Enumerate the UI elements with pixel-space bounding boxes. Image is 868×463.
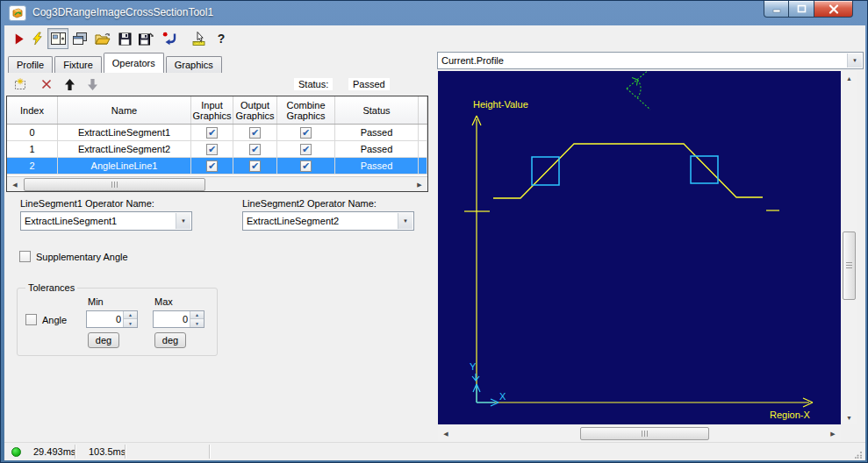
help-icon[interactable]: ? xyxy=(213,31,229,46)
grid-column-header[interactable]: Name xyxy=(58,96,191,124)
chevron-down-icon[interactable]: ▼ xyxy=(398,213,412,229)
move-operator-down-button[interactable] xyxy=(84,76,100,92)
run-status-indicator xyxy=(11,447,21,457)
tab-fixture[interactable]: Fixture xyxy=(54,56,102,73)
record-selector-combobox[interactable]: Current.Profile ▼ xyxy=(437,52,864,69)
scroll-right-icon[interactable]: ▶ xyxy=(412,178,427,191)
grid-column-header[interactable]: Index xyxy=(7,96,58,124)
canvas-vscrollbar[interactable]: ▲ ▼ xyxy=(842,71,857,424)
svg-text:✳: ✳ xyxy=(18,77,25,86)
scroll-left-icon[interactable]: ◀ xyxy=(439,427,453,440)
min-unit-button[interactable]: deg xyxy=(88,332,119,348)
angle-label: Angle xyxy=(42,315,67,325)
titlebar[interactable]: Cog3DRangeImageCrossSectionTool1 xyxy=(1,1,867,25)
svg-text:?: ? xyxy=(218,32,226,46)
max-label: Max xyxy=(154,296,173,307)
open-file-button[interactable] xyxy=(95,31,111,46)
scroll-up-icon[interactable]: ▲ xyxy=(842,71,857,85)
spin-up-icon[interactable]: ▲ xyxy=(124,311,137,319)
scroll-left-icon[interactable]: ◀ xyxy=(8,178,22,191)
tolerances-group: Tolerances Min Max Angle ▲▼ ▲▼ deg deg xyxy=(17,288,218,356)
y-down-arrow-icon xyxy=(472,374,479,381)
linesegment2-label: LineSegment2 Operator Name: xyxy=(242,198,377,209)
supplementary-angle-checkbox[interactable] xyxy=(19,251,31,262)
execution-time: 29.493ms xyxy=(33,446,75,457)
status-label: Status: xyxy=(294,78,333,90)
grid-column-header[interactable]: Output Graphics xyxy=(233,96,277,124)
grid-row[interactable]: 2AngleLineLine1✔✔✔Passed xyxy=(7,158,427,175)
graphics-checkbox[interactable]: ✔ xyxy=(249,144,261,155)
operators-grid: IndexNameInput GraphicsOutput GraphicsCo… xyxy=(6,96,428,192)
spin-down-icon[interactable]: ▼ xyxy=(124,319,137,327)
graphics-checkbox[interactable]: ✔ xyxy=(206,127,218,139)
angle-min-spinner: ▲▼ xyxy=(86,310,138,328)
height-axis-label: Height-Value xyxy=(473,99,528,110)
graphics-checkbox[interactable]: ✔ xyxy=(300,127,312,139)
grid-header: IndexNameInput GraphicsOutput GraphicsCo… xyxy=(7,96,427,125)
canvas-hscrollbar[interactable]: ◀ ▶ xyxy=(438,426,841,441)
max-unit-button[interactable]: deg xyxy=(154,332,186,348)
grid-hscrollbar[interactable]: ◀ ▶ xyxy=(7,176,427,191)
float-window-button[interactable] xyxy=(72,31,88,46)
chevron-down-icon[interactable]: ▼ xyxy=(847,53,862,68)
angle-tolerance-checkbox[interactable] xyxy=(25,314,37,325)
linesegment1-combobox[interactable]: ExtractLineSegment1 ▼ xyxy=(20,211,192,231)
reset-button[interactable] xyxy=(161,31,177,46)
client-area: ? Profile Fixture Operators Graphics ✳ S… xyxy=(4,25,865,460)
save-file-button[interactable] xyxy=(117,31,133,46)
profile-canvas[interactable]: Height-Value Region-X Y X xyxy=(438,71,841,424)
graphics-checkbox[interactable]: ✔ xyxy=(300,144,312,155)
chevron-down-icon[interactable]: ▼ xyxy=(176,213,190,229)
move-operator-up-button[interactable] xyxy=(61,76,77,92)
linesegment2-combobox[interactable]: ExtractLineSegment2 ▼ xyxy=(242,211,414,231)
add-operator-button[interactable]: ✳ xyxy=(12,76,28,92)
grid-hscroll-thumb[interactable] xyxy=(24,178,205,191)
total-time: 103.5ms xyxy=(89,446,126,457)
scroll-down-icon[interactable]: ▼ xyxy=(842,410,857,424)
line-fit-region-box xyxy=(532,157,559,185)
canvas-hscroll-thumb[interactable] xyxy=(580,427,709,440)
resize-grip-icon[interactable] xyxy=(855,451,863,459)
graphics-checkbox[interactable]: ✔ xyxy=(249,160,261,172)
min-label: Min xyxy=(88,296,104,307)
canvas-vscroll-thumb[interactable] xyxy=(843,232,856,300)
graphics-checkbox[interactable]: ✔ xyxy=(206,144,218,155)
main-toolbar: ? xyxy=(4,25,865,52)
tool-window: Cog3DRangeImageCrossSectionTool1 xyxy=(0,0,868,463)
app-icon xyxy=(9,5,26,21)
grid-column-header[interactable]: Input Graphics xyxy=(191,96,233,124)
graphics-checkbox[interactable]: ✔ xyxy=(249,127,261,139)
line-fit-region-box xyxy=(691,156,718,183)
status-value: Passed xyxy=(348,78,390,90)
scroll-right-icon[interactable]: ▶ xyxy=(826,427,840,440)
angle-min-input[interactable] xyxy=(87,311,123,327)
save-file-as-button[interactable] xyxy=(138,31,154,46)
graphics-checkbox[interactable]: ✔ xyxy=(206,160,218,172)
close-button[interactable] xyxy=(814,1,853,18)
tab-strip: Profile Fixture Operators Graphics xyxy=(8,53,224,73)
spin-up-icon[interactable]: ▲ xyxy=(190,311,204,319)
grid-column-header[interactable]: Status xyxy=(335,96,419,124)
minimize-button[interactable] xyxy=(764,1,789,18)
region-axis-label: Region-X xyxy=(770,410,811,420)
angle-max-input[interactable] xyxy=(154,311,190,327)
grid-column-header[interactable]: Combine Graphics xyxy=(277,96,335,124)
coordinate-axes-marker xyxy=(472,374,499,406)
pointer-tool-icon[interactable] xyxy=(191,31,207,46)
maximize-button[interactable] xyxy=(789,1,814,18)
show-electrode-button[interactable] xyxy=(47,28,68,49)
y-marker-label: Y xyxy=(470,361,477,372)
run-continuous-icon[interactable] xyxy=(29,31,45,46)
tab-profile[interactable]: Profile xyxy=(8,56,53,73)
spin-down-icon[interactable]: ▼ xyxy=(190,319,204,327)
tab-graphics[interactable]: Graphics xyxy=(166,56,222,73)
grid-row[interactable]: 0ExtractLineSegment1✔✔✔Passed xyxy=(7,125,427,141)
tab-operators[interactable]: Operators xyxy=(104,53,164,73)
grid-row[interactable]: 1ExtractLineSegment2✔✔✔Passed xyxy=(7,141,427,158)
tolerances-title: Tolerances xyxy=(25,282,77,293)
run-button[interactable] xyxy=(11,31,26,46)
status-bar: 29.493ms 103.5ms xyxy=(4,442,865,460)
delete-operator-button[interactable] xyxy=(39,76,54,92)
linesegment1-label: LineSegment1 Operator Name: xyxy=(20,198,154,209)
graphics-checkbox[interactable]: ✔ xyxy=(300,160,312,172)
